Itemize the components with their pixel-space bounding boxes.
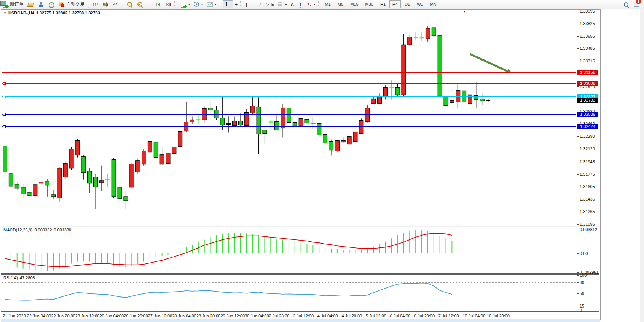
time-axis-label: 22 Jun 04:00 (27, 314, 51, 318)
text-icon: A (291, 2, 294, 7)
search-button[interactable] (621, 0, 631, 8)
tile-windows-button[interactable] (145, 0, 149, 8)
auto-scroll-button[interactable] (154, 0, 164, 8)
bull-candle (335, 141, 339, 151)
periods-button[interactable]: ▾ (192, 0, 205, 8)
right-gutter (640, 9, 644, 322)
trendline-tool-button[interactable]: / (257, 0, 262, 8)
hline-price-tag[interactable]: 1.32424 (577, 124, 598, 129)
chart-shift-button[interactable] (164, 0, 174, 8)
text-tool-button[interactable]: A (289, 0, 296, 8)
line-anchor-handle[interactable] (3, 125, 6, 128)
price-axis-tick: 1.33825 (580, 21, 595, 26)
price-axis-tick: 1.31605 (580, 184, 595, 189)
chart-shift-marker[interactable]: ▼ (463, 10, 466, 13)
horizontal-line-object[interactable] (2, 96, 576, 97)
timeframe-m30[interactable]: M30 (362, 0, 376, 8)
chat-button[interactable]: 1 (631, 0, 642, 8)
macd-axis-tick: 0.003812 (580, 227, 597, 232)
templates-button[interactable]: ▾ (205, 0, 218, 8)
timeframe-m5[interactable]: M5 (335, 0, 346, 8)
rsi-axis-tick-dash (577, 282, 579, 283)
crosshair-tool-button[interactable]: + (233, 0, 239, 8)
clock-icon (194, 2, 199, 7)
line-anchor-handle[interactable] (3, 113, 6, 116)
timeframe-mn[interactable]: MN (427, 0, 440, 8)
horizontal-line-object[interactable] (2, 114, 576, 115)
arrows-tool-button[interactable]: ▾ (305, 0, 317, 8)
time-axis-label: 7 Jul 12:00 (438, 314, 459, 318)
channel-tool-button[interactable]: E (263, 0, 276, 8)
price-axis-tick-dash (577, 199, 579, 199)
hline-price-tag[interactable]: 1.33008 (577, 81, 598, 86)
market-watch-button[interactable] (26, 0, 36, 8)
chart-title[interactable]: ▼ USDCAD-,H4 1.32775 1.32802 1.32758 1.3… (3, 11, 100, 15)
new-order-label: 新订单 (10, 1, 24, 8)
price-axis-tick-dash (577, 149, 579, 149)
price-axis-tick: 1.33995 (580, 9, 595, 13)
time-axis-label: 21 Jun 2023 (3, 314, 26, 318)
fibonacci-tool-button[interactable]: F (276, 0, 289, 8)
chart-canvas (1, 10, 599, 319)
macd-name: MACD(12,26,9) (3, 228, 32, 232)
price-axis-line[interactable] (576, 10, 576, 312)
macd-main-value: 0.000332 (34, 228, 52, 232)
line-anchor-handle[interactable] (3, 82, 6, 85)
timeframe-w1[interactable]: W1 (414, 0, 426, 8)
text-label-tool-button[interactable]: T (296, 0, 304, 8)
price-axis-tick-dash (577, 48, 579, 49)
time-axis-label: 3 Jul 12:00 (293, 314, 314, 318)
timeframe-m15[interactable]: M15 (347, 0, 361, 8)
panel-splitter-macd[interactable] (1, 226, 599, 227)
horizontal-line-object[interactable] (2, 72, 576, 73)
auto-scroll-icon (156, 2, 162, 7)
bear-candle (263, 130, 267, 134)
timeframe-h1[interactable]: H1 (377, 0, 389, 8)
indicators-button[interactable]: ▾ (178, 0, 192, 8)
timeframe-group: M1 M5 M15 M30 H1 H4 D1 W1 MN (322, 0, 440, 8)
bull-candle (281, 108, 285, 128)
rsi-axis-tick-dash (577, 306, 579, 306)
timeframe-h4[interactable]: H4 (389, 0, 401, 8)
signal-icon (48, 2, 54, 8)
hline-price-tag[interactable]: 1.33158 (577, 70, 598, 75)
timeframe-d1[interactable]: D1 (402, 0, 413, 8)
bear-candle (88, 171, 92, 183)
signals-button[interactable] (46, 0, 56, 8)
bear-candle (45, 181, 49, 185)
bull-candle (160, 155, 164, 164)
hline-price-tag[interactable]: 1.32589 (577, 112, 598, 117)
chart-window[interactable]: ▼ USDCAD-,H4 1.32775 1.32802 1.32758 1.3… (1, 9, 601, 320)
rsi-axis-tick-dash (577, 311, 579, 311)
zoom-out-button[interactable]: − (135, 0, 145, 8)
fibonacci-icon-letter: F (284, 2, 287, 6)
auto-trading-button[interactable]: 自动交易 (56, 0, 86, 8)
line-anchor-handle[interactable] (3, 96, 6, 98)
bull-candle (69, 149, 73, 168)
panel-splitter-rsi[interactable] (1, 273, 599, 275)
navigator-button[interactable] (36, 0, 46, 8)
macd-axis-tick-dash (577, 230, 579, 230)
candlestick-chart-button[interactable] (100, 0, 110, 8)
horizontal-line-object[interactable] (2, 126, 576, 127)
rsi-label: RSI(14) 47.2808 (3, 276, 35, 280)
price-axis-tick-dash (577, 24, 579, 24)
time-axis-label: 6 Jul 20:00 (414, 314, 435, 318)
current-price-tag: 1.32783 (577, 98, 598, 103)
bear-candle (3, 146, 7, 172)
bar-chart-button[interactable] (91, 0, 100, 8)
zoom-in-button[interactable]: + (125, 0, 135, 8)
vertical-line-tool-button[interactable]: | (244, 0, 249, 8)
price-axis-tick-dash (577, 212, 579, 212)
bull-candle (136, 161, 140, 172)
timeframe-m1[interactable]: M1 (322, 0, 334, 8)
price-axis-tick: 1.31095 (580, 222, 595, 226)
horizontal-line-object[interactable] (2, 83, 576, 84)
line-chart-button[interactable] (110, 0, 120, 8)
bear-candle (438, 35, 442, 96)
chart-dropdown-icon[interactable]: ▼ (3, 11, 6, 15)
auto-trading-label: 自动交易 (66, 1, 84, 8)
horizontal-line-tool-button[interactable]: — (249, 0, 257, 8)
time-axis-label: 10 Jul 20:00 (487, 314, 510, 318)
cursor-tool-button[interactable] (223, 0, 233, 8)
